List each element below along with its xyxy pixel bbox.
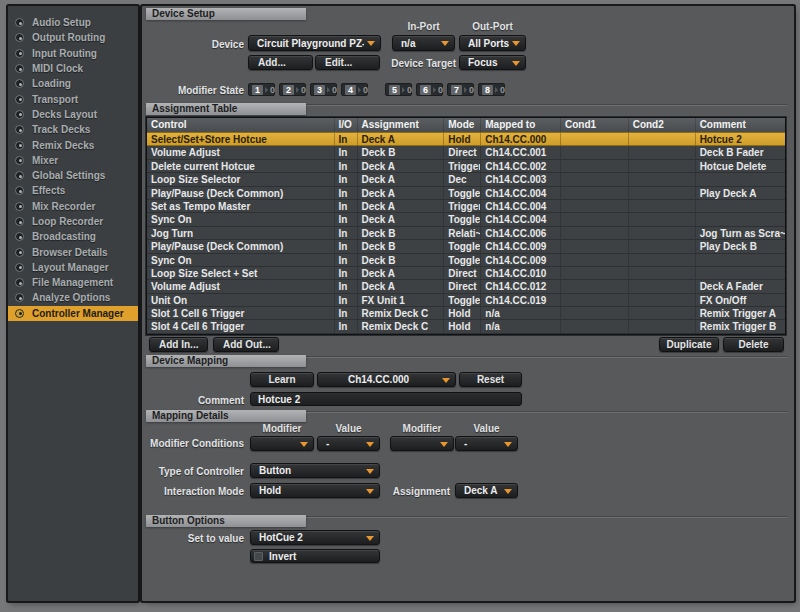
column-header-mode[interactable]: Mode (444, 118, 481, 132)
sidebar-item-mix-recorder[interactable]: Mix Recorder (8, 199, 138, 214)
assignment-row[interactable]: Sync OnInDeck AToggleCh14.CC.004 (147, 213, 785, 226)
dropdown-arrow-icon (300, 442, 308, 447)
cell-cond1 (561, 227, 629, 239)
cell-cond2 (629, 160, 696, 172)
cell-mode: Direct (444, 267, 481, 279)
sidebar-item-track-decks[interactable]: Track Decks (8, 122, 138, 137)
mapped-event-select[interactable]: Ch14.CC.000 (317, 372, 456, 387)
column-header-control[interactable]: Control (147, 118, 335, 132)
section-header-assignment-table: Assignment Table (146, 103, 306, 115)
duplicate-button[interactable]: Duplicate (659, 337, 719, 352)
sidebar-item-analyze-options[interactable]: Analyze Options (8, 290, 138, 305)
sidebar-item-list: Audio SetupOutput RoutingInput RoutingMI… (8, 15, 138, 321)
sidebar-item-controller-manager[interactable]: Controller Manager (8, 306, 138, 321)
assignment-row[interactable]: Volume AdjustInDeck BDirectCh14.CC.001De… (147, 146, 785, 159)
invert-checkbox-row[interactable]: Invert (250, 549, 380, 563)
sidebar-item-layout-manager[interactable]: Layout Manager (8, 260, 138, 275)
modifier-condition-select-1[interactable] (250, 436, 314, 451)
learn-button[interactable]: Learn (250, 372, 314, 387)
assignment-row[interactable]: Loop Size SelectorInDeck ADecCh14.CC.003 (147, 173, 785, 186)
assignment-row[interactable]: Sync OnInDeck BToggleCh14.CC.009 (147, 254, 785, 267)
column-header-cond1[interactable]: Cond1 (561, 118, 629, 132)
assignment-row[interactable]: Slot 1 Cell 6 TriggerInRemix Deck CHoldn… (147, 307, 785, 320)
interaction-mode-select[interactable]: Hold (250, 483, 380, 498)
column-header-assignment[interactable]: Assignment (358, 118, 445, 132)
assignment-row[interactable]: Volume AdjustInDeck ADirectCh14.CC.012De… (147, 280, 785, 293)
modifier-condition-select-4[interactable]: - (455, 436, 518, 451)
sidebar-item-global-settings[interactable]: Global Settings (8, 168, 138, 183)
comment-input[interactable] (250, 392, 522, 406)
sidebar-item-decks-layout[interactable]: Decks Layout (8, 107, 138, 122)
sidebar-item-browser-details[interactable]: Browser Details (8, 244, 138, 259)
device-select-value: Circuit Playground PZ-1 (257, 36, 364, 50)
edit-device-button[interactable]: Edit... (315, 55, 380, 70)
cell-comment (696, 267, 785, 279)
assignment-row[interactable]: Jog TurnInDeck BRelati~Ch14.CC.006Jog Tu… (147, 227, 785, 240)
device-target-select[interactable]: Focus (459, 55, 526, 70)
set-to-value-select[interactable]: HotCue 2 (250, 530, 380, 545)
column-header-io[interactable]: I/O (335, 118, 358, 132)
assignment-select[interactable]: Deck A (455, 483, 518, 498)
sidebar-item-mixer[interactable]: Mixer (8, 153, 138, 168)
sidebar-item-output-routing[interactable]: Output Routing (8, 30, 138, 45)
sidebar-item-remix-decks[interactable]: Remix Decks (8, 137, 138, 152)
delete-button[interactable]: Delete (723, 337, 784, 352)
cell-assignment: Remix Deck C (358, 307, 445, 319)
modifier-state-6[interactable]: 60 (416, 83, 443, 96)
reset-button[interactable]: Reset (459, 372, 522, 387)
sidebar-item-label: Broadcasting (32, 231, 96, 242)
assignment-row[interactable]: Delete current HotcueInDeck ATriggerCh14… (147, 160, 785, 173)
column-header-mapped-to[interactable]: Mapped to (481, 118, 561, 132)
assignment-row[interactable]: Unit OnInFX Unit 1ToggleCh14.CC.019FX On… (147, 294, 785, 307)
add-in-button[interactable]: Add In... (149, 337, 208, 352)
cell-mapped-to: Ch14.CC.009 (481, 254, 561, 266)
modifier-state-1[interactable]: 10 (248, 83, 275, 96)
invert-checkbox[interactable] (254, 552, 263, 561)
in-port-select[interactable]: n/a (392, 35, 455, 51)
out-port-select[interactable]: All Ports (459, 35, 526, 51)
cell-cond1 (561, 213, 629, 225)
modifier-condition-select-2[interactable]: - (317, 436, 380, 451)
sidebar-item-label: Loop Recorder (32, 216, 103, 227)
modifier-number: 6 (420, 85, 431, 95)
modifier-state-8[interactable]: 80 (478, 83, 505, 96)
add-device-button[interactable]: Add... (248, 55, 313, 70)
sidebar-item-midi-clock[interactable]: MIDI Clock (8, 61, 138, 76)
sidebar-item-transport[interactable]: Transport (8, 91, 138, 106)
sidebar-item-label: Layout Manager (32, 262, 109, 273)
sidebar-item-loading[interactable]: Loading (8, 76, 138, 91)
assignment-row[interactable]: Play/Pause (Deck Common)InDeck BToggleCh… (147, 240, 785, 253)
assignment-row[interactable]: Slot 4 Cell 6 TriggerInRemix Deck CHoldn… (147, 320, 785, 333)
assignment-row[interactable]: Set as Tempo MasterInDeck ATriggerCh14.C… (147, 200, 785, 213)
radio-icon (15, 309, 24, 318)
assignment-table: ControlI/OAssignmentModeMapped toCond1Co… (146, 117, 786, 335)
modifier-state-3[interactable]: 30 (310, 83, 337, 96)
sidebar-item-input-routing[interactable]: Input Routing (8, 46, 138, 61)
assignment-row[interactable]: Select/Set+Store HotcueInDeck AHoldCh14.… (147, 132, 785, 146)
cell-io: In (335, 240, 358, 252)
modifier-state-5[interactable]: 50 (385, 83, 412, 96)
column-header-comment[interactable]: Comment (696, 118, 785, 132)
device-target-label: Device Target (380, 58, 456, 69)
type-of-controller-select[interactable]: Button (250, 463, 380, 478)
sidebar-item-effects[interactable]: Effects (8, 183, 138, 198)
cell-mode: Direct (444, 280, 481, 292)
sidebar-item-loop-recorder[interactable]: Loop Recorder (8, 214, 138, 229)
modifier-state-4[interactable]: 40 (341, 83, 368, 96)
assignment-row[interactable]: Play/Pause (Deck Common)InDeck AToggleCh… (147, 187, 785, 200)
column-header-cond2[interactable]: Cond2 (629, 118, 696, 132)
cell-control: Set as Tempo Master (147, 200, 335, 212)
cell-control: Sync On (147, 254, 335, 266)
sidebar-item-audio-setup[interactable]: Audio Setup (8, 15, 138, 30)
sidebar-item-broadcasting[interactable]: Broadcasting (8, 229, 138, 244)
device-select[interactable]: Circuit Playground PZ-1 (248, 35, 381, 51)
cell-cond1 (561, 160, 629, 172)
sidebar-item-file-management[interactable]: File Management (8, 275, 138, 290)
add-out-button[interactable]: Add Out... (213, 337, 279, 352)
assignment-row[interactable]: Loop Size Select + SetInDeck ADirectCh14… (147, 267, 785, 280)
modifier-state-2[interactable]: 20 (279, 83, 306, 96)
modifier-state-7[interactable]: 70 (447, 83, 474, 96)
dropdown-arrow-icon (366, 536, 374, 541)
cell-io: In (335, 146, 358, 158)
modifier-condition-select-3[interactable] (390, 436, 454, 451)
